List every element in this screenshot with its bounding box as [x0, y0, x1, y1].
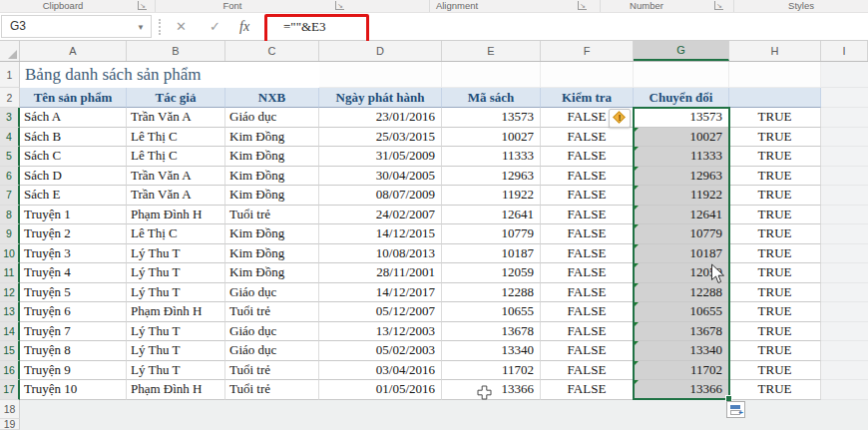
cell-F10[interactable]: FALSE: [541, 244, 634, 264]
cell-H2[interactable]: [729, 88, 821, 108]
cell-C13[interactable]: Tuổi trẻ: [225, 302, 319, 322]
cell-D13[interactable]: 05/12/2007: [319, 302, 442, 322]
cell-C9[interactable]: Kim Đồng: [225, 224, 319, 244]
cell-D17[interactable]: 01/05/2016: [319, 380, 442, 400]
column-header-A[interactable]: A: [20, 41, 127, 61]
name-box[interactable]: G3 ▼: [1, 15, 152, 38]
ribbon-group-clipboard[interactable]: Clipboard: [43, 0, 84, 12]
cell-D3[interactable]: 23/01/2016: [319, 108, 442, 128]
select-all-button[interactable]: [0, 41, 20, 61]
cell-G6[interactable]: 12963: [634, 167, 729, 187]
column-header-G[interactable]: G: [634, 41, 729, 61]
row-header-10[interactable]: 10: [0, 244, 20, 264]
name-box-dropdown-icon[interactable]: ▼: [137, 17, 145, 38]
cell-B11[interactable]: Lý Thu T: [127, 263, 225, 283]
cell-I1[interactable]: [821, 62, 868, 88]
cell-F1[interactable]: [541, 62, 634, 88]
cell-I14[interactable]: [821, 322, 868, 342]
cell-H8[interactable]: TRUE: [729, 206, 821, 225]
cell-F12[interactable]: FALSE: [541, 283, 634, 303]
row-header-3[interactable]: 3: [0, 108, 20, 128]
ribbon-group-alignment[interactable]: Alignment: [436, 0, 478, 12]
row-header-17[interactable]: 17: [0, 380, 20, 400]
column-header-B[interactable]: B: [127, 41, 225, 61]
cell-A10[interactable]: Truyện 3: [20, 244, 127, 264]
cell-C17[interactable]: Tuổi trẻ: [225, 380, 319, 400]
column-header-C[interactable]: C: [225, 41, 319, 61]
cell-G7[interactable]: 11922: [634, 186, 729, 206]
cell-H13[interactable]: TRUE: [729, 302, 821, 322]
cell-I10[interactable]: [821, 244, 868, 264]
cell-I5[interactable]: [821, 147, 868, 167]
alignment-dialog-launcher-icon[interactable]: ↘: [578, 1, 587, 10]
cell-I11[interactable]: [821, 263, 868, 283]
cell-H9[interactable]: TRUE: [729, 224, 821, 244]
cell-G4[interactable]: 10027: [634, 128, 729, 148]
cell-I15[interactable]: [821, 341, 868, 361]
cell-F6[interactable]: FALSE: [541, 167, 634, 187]
cell-E15[interactable]: 13340: [442, 341, 541, 361]
row-header-18[interactable]: 18: [0, 400, 20, 420]
cell-A5[interactable]: Sách C: [20, 147, 127, 167]
cell-E13[interactable]: 10655: [442, 302, 541, 322]
cell-E10[interactable]: 10187: [442, 244, 541, 264]
cell-B7[interactable]: Trần Văn A: [127, 186, 225, 206]
formula-bar-splitter[interactable]: [159, 19, 161, 35]
cell-C4[interactable]: Kim Đồng: [225, 128, 319, 148]
row-header-6[interactable]: 6: [0, 167, 20, 187]
cell-C12[interactable]: Giáo dục: [225, 283, 319, 303]
cell-F11[interactable]: FALSE: [541, 263, 634, 283]
cell-F9[interactable]: FALSE: [541, 224, 634, 244]
cell-A12[interactable]: Truyện 5: [20, 283, 127, 303]
cell-F2[interactable]: Kiểm tra: [541, 88, 634, 108]
cell-F5[interactable]: FALSE: [541, 147, 634, 167]
row-header-5[interactable]: 5: [0, 147, 20, 167]
cell-G3[interactable]: 13573: [634, 108, 729, 128]
cell-G12[interactable]: 12288: [634, 283, 729, 303]
cell-I6[interactable]: [821, 167, 868, 187]
cell-B12[interactable]: Lý Thu T: [127, 283, 225, 303]
cell-H1[interactable]: [729, 62, 821, 88]
cell-C6[interactable]: Kim Đồng: [225, 167, 319, 187]
number-dialog-launcher-icon[interactable]: ↘: [714, 1, 723, 10]
autofill-options-button[interactable]: +: [726, 401, 745, 418]
cell-I8[interactable]: [821, 206, 868, 225]
row-header-14[interactable]: 14: [0, 322, 20, 342]
cell-G1[interactable]: [634, 62, 729, 88]
cell-A3[interactable]: Sách A: [20, 108, 127, 128]
row-header-13[interactable]: 13: [0, 302, 20, 322]
cell-C16[interactable]: Tuổi trẻ: [225, 361, 319, 381]
cell-C15[interactable]: Giáo dục: [225, 341, 319, 361]
cell-G11[interactable]: 12059: [634, 263, 729, 283]
cell-B6[interactable]: Trần Văn A: [127, 167, 225, 187]
cell-H6[interactable]: TRUE: [729, 167, 821, 187]
ribbon-group-number[interactable]: Number: [630, 0, 663, 12]
cell-B14[interactable]: Lý Thu T: [127, 322, 225, 342]
cell-G9[interactable]: 10779: [634, 224, 729, 244]
cell-E3[interactable]: 13573: [442, 108, 541, 128]
cell-D1[interactable]: [319, 62, 442, 88]
insert-function-icon[interactable]: fx: [239, 15, 249, 38]
row-header-8[interactable]: 8: [0, 206, 20, 225]
cell-G5[interactable]: 11333: [634, 147, 729, 167]
cell-H4[interactable]: TRUE: [729, 128, 821, 148]
cell-A15[interactable]: Truyện 8: [20, 341, 127, 361]
cell-I12[interactable]: [821, 283, 868, 303]
cell-G13[interactable]: 10655: [634, 302, 729, 322]
row-header-19[interactable]: 19: [0, 419, 20, 430]
enter-icon[interactable]: ✓: [210, 16, 220, 38]
cell-I13[interactable]: [821, 302, 868, 322]
cell-I17[interactable]: [821, 380, 868, 400]
row-header-2[interactable]: 2: [0, 88, 20, 108]
column-header-I[interactable]: I: [821, 41, 868, 61]
cell-H3[interactable]: TRUE: [729, 108, 821, 128]
cell-E2[interactable]: Mã sách: [442, 88, 541, 108]
cell-D2[interactable]: Ngày phát hành: [319, 88, 442, 108]
cell-H17[interactable]: TRUE: [729, 380, 821, 400]
cell-F4[interactable]: FALSE: [541, 128, 634, 148]
ribbon-group-styles[interactable]: Styles: [788, 0, 814, 12]
cell-I9[interactable]: [821, 224, 868, 244]
cell-C11[interactable]: Kim Đồng: [225, 263, 319, 283]
cell-A7[interactable]: Sách E: [20, 186, 127, 206]
cell-A16[interactable]: Truyện 9: [20, 361, 127, 381]
